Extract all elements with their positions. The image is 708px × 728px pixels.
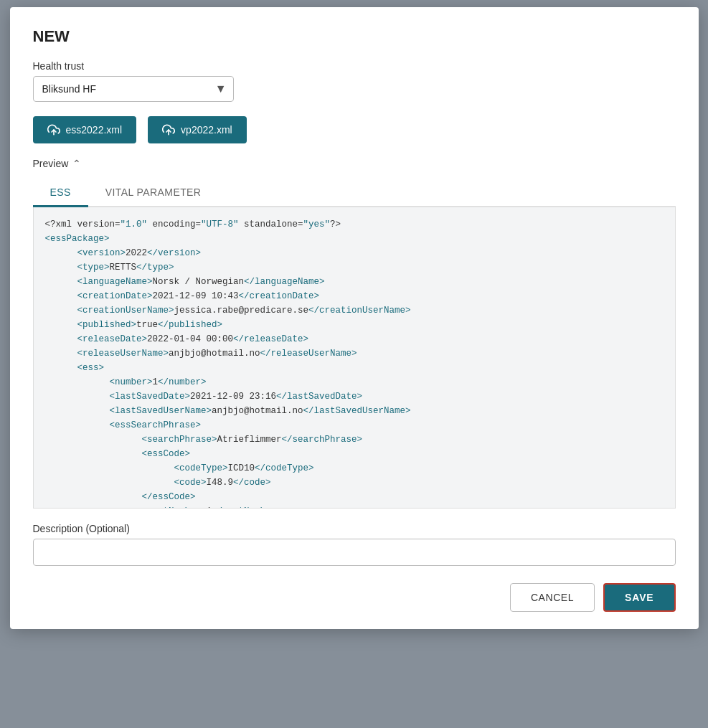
health-trust-label: Health trust [33, 60, 676, 72]
upload-vp-label: vp2022.xml [181, 124, 232, 136]
health-trust-select[interactable]: Bliksund HF Option 2 Option 3 [33, 76, 234, 102]
description-label: Description (Optional) [33, 523, 676, 534]
tab-vital-parameter-label: VITAL PARAMETER [105, 186, 202, 198]
upload-vp-button[interactable]: vp2022.xml [148, 116, 247, 143]
upload-ess-button[interactable]: ess2022.xml [33, 116, 137, 143]
new-modal: NEW Health trust Bliksund HF Option 2 Op… [10, 7, 699, 629]
description-input[interactable] [33, 539, 676, 566]
upload-ess-label: ess2022.xml [66, 124, 123, 136]
health-trust-select-wrapper: Bliksund HF Option 2 Option 3 ▼ [33, 76, 234, 102]
preview-label: Preview [33, 158, 69, 169]
description-section: Description (Optional) [33, 523, 676, 566]
preview-toggle[interactable]: Preview ⌃ [33, 158, 676, 169]
modal-title: NEW [33, 27, 676, 46]
chevron-up-icon: ⌃ [72, 158, 81, 169]
upload-buttons-group: ess2022.xml vp2022.xml [33, 116, 676, 143]
tabs-container: ESS VITAL PARAMETER [33, 179, 676, 207]
tab-vital-parameter[interactable]: VITAL PARAMETER [88, 179, 219, 207]
upload-icon-ess [47, 123, 60, 136]
tab-ess-label: ESS [50, 186, 71, 198]
cancel-button[interactable]: CANCEL [510, 583, 595, 612]
xml-content-area: <?xml version="1.0" encoding="UTF-8" sta… [33, 207, 676, 509]
tab-ess[interactable]: ESS [33, 179, 88, 207]
upload-icon-vp [162, 123, 175, 136]
footer-buttons: CANCEL SAVE [33, 583, 676, 612]
save-button[interactable]: SAVE [603, 583, 675, 612]
xml-preview[interactable]: <?xml version="1.0" encoding="UTF-8" sta… [33, 207, 676, 509]
